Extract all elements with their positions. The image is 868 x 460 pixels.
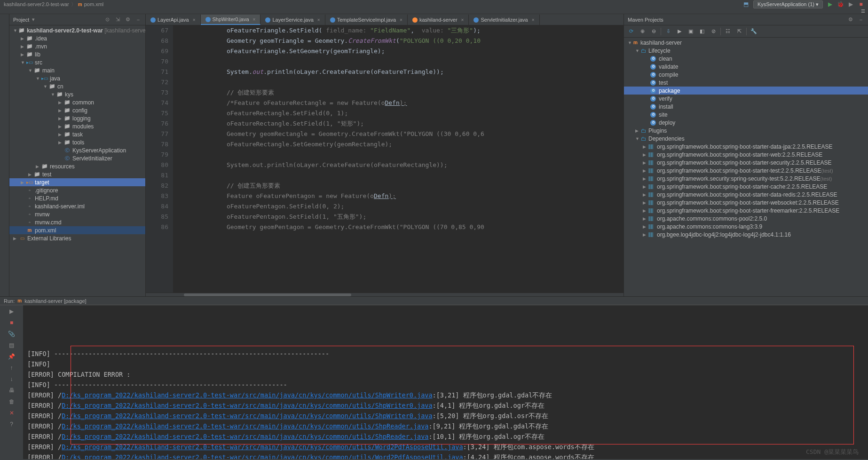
console-output[interactable]: CSDN @菜菜菜菜鸟 [INFO] ---------------------… [24,305,868,459]
lifecycle-goal[interactable]: ⚙test [624,79,868,87]
gear-icon[interactable]: ⚙ [125,16,131,23]
tree-item[interactable]: ⒸKysServerApplication [9,146,145,154]
up-icon[interactable]: ↑ [8,364,16,372]
tree-item[interactable]: ▼cn [9,82,145,90]
tree-item[interactable]: ▶.idea [9,34,145,42]
dependency-item[interactable]: ▶||||org.springframework.boot:spring-boo… [624,143,868,151]
tree-item[interactable]: ▶modules [9,122,145,130]
settings-icon[interactable]: 🔧 [750,27,758,36]
lifecycle-goal[interactable]: ⚙site [624,111,868,119]
tree-item[interactable]: ▫.gitignore [9,186,145,194]
locate-icon[interactable]: ⊙ [104,16,110,23]
editor-tab[interactable]: LayerApi.java× [146,15,201,25]
close-icon[interactable]: × [253,17,256,22]
collapse-icon[interactable]: ⇲ [114,16,121,23]
lifecycle-goal[interactable]: ⚙compile [624,71,868,79]
download-icon[interactable]: ⇩ [664,27,672,36]
debug-button[interactable]: 🐞 [837,1,844,8]
deps-node[interactable]: ▼🗀 Dependencies [624,135,868,143]
editor-tab[interactable]: TemplateServiceImpl.java× [325,15,408,25]
tree-item[interactable]: ▼kys [9,90,145,98]
code-editor[interactable]: 6768697071727374757677787980818283848586… [146,25,623,293]
toggle-offline-icon[interactable]: ◧ [698,27,706,36]
tree-item[interactable]: ▫HELP.md [9,194,145,202]
lifecycle-goal[interactable]: ⚙package [624,87,868,95]
skip-tests-icon[interactable]: ⊘ [709,27,718,36]
tree-item[interactable]: mpom.xml [9,226,145,234]
tree-item[interactable]: ▶config [9,106,145,114]
hide-icon[interactable]: − [135,16,142,23]
editor-tab[interactable]: kashiland-server× [408,15,469,25]
dependency-item[interactable]: ▶||||org.apache.commons:commons-lang3:3.… [624,222,868,230]
stop-button[interactable]: ■ [858,1,864,8]
menu-icon[interactable]: ☰ [861,8,865,14]
dependency-item[interactable]: ▶||||org.apache.commons:commons-pool2:2.… [624,214,868,222]
editor-tab[interactable]: ServletInitializer.java× [469,15,539,25]
tree-item[interactable]: ▶▸▭target [9,178,145,186]
show-deps-icon[interactable]: ☷ [724,27,732,36]
tree-item[interactable]: ▼main [9,66,145,74]
lifecycle-goal[interactable]: ⚙validate [624,63,868,71]
tree-item[interactable]: ▶test [9,170,145,178]
close-icon[interactable]: × [317,17,320,23]
close-icon[interactable]: × [532,17,535,23]
close-button[interactable]: ✕ [8,409,16,417]
editor-tab[interactable]: LayerService.java× [260,15,325,25]
lifecycle-node[interactable]: ▼🗀 Lifecycle [624,47,868,55]
close-icon[interactable]: × [400,17,402,23]
rerun-button[interactable]: ▶ [8,307,16,316]
project-tree[interactable]: ▼ kashiland-server2.0-test-war [kashilan… [9,25,145,296]
tree-item[interactable]: ▶common [9,98,145,106]
attach-icon[interactable]: 📎 [8,330,16,338]
lifecycle-goal[interactable]: ⚙verify [624,95,868,103]
tree-item[interactable]: ▫kashiland-server.iml [9,202,145,210]
project-panel-title[interactable]: Project [13,17,29,23]
dependency-item[interactable]: ▶||||org.springframework.boot:spring-boo… [624,151,868,159]
plugins-node[interactable]: ▶🗀 Plugins [624,127,868,135]
collapse-all-icon[interactable]: ⇱ [735,27,743,36]
clear-icon[interactable]: 🗑 [8,397,16,406]
execute-goal-icon[interactable]: ▣ [687,27,695,36]
tree-item[interactable]: ▶logging [9,114,145,122]
editor-tab[interactable]: ShpWriter0.java× [201,15,261,25]
coverage-button[interactable]: ▶ [847,1,854,8]
dependency-item[interactable]: ▶||||org.springframework.boot:spring-boo… [624,206,868,214]
horizontal-scrollbar[interactable] [146,293,623,296]
reimport-icon[interactable]: ⟳ [627,27,635,36]
tree-item[interactable]: ▼▸▭java [9,74,145,82]
maven-tree[interactable]: ▼m kashiland-server ▼🗀 Lifecycle ⚙clean⚙… [624,38,868,296]
remove-icon[interactable]: ⊖ [649,27,658,36]
generate-sources-icon[interactable]: ⊕ [638,27,647,36]
dependency-item[interactable]: ▶||||org.bgee.log4jdbc-log4j2:log4jdbc-l… [624,230,868,238]
debug-config-icon[interactable]: ⬒ [743,1,750,8]
tree-item[interactable]: ⒸServletInitializer [9,154,145,162]
tree-root[interactable]: ▼ kashiland-server2.0-test-war [kashilan… [9,26,145,34]
breadcrumb-project[interactable]: kashiland-server2.0-test-war [4,1,69,7]
run-button[interactable]: ▶ [827,1,833,8]
down-icon[interactable]: ↓ [8,375,16,383]
dependency-item[interactable]: ▶||||org.springframework.boot:spring-boo… [624,167,868,174]
left-tool-strip[interactable] [0,14,9,296]
hide-icon[interactable]: − [858,16,864,23]
external-libraries[interactable]: ▶▭ External Libraries [9,234,145,242]
tree-item[interactable]: ▶tools [9,138,145,146]
stop-button[interactable]: ■ [8,318,16,327]
print-icon[interactable]: 🖶 [8,386,16,395]
layout-icon[interactable]: ▤ [8,341,16,349]
tree-item[interactable]: ▶resources [9,162,145,170]
run-config-name[interactable]: kashiland-server [package] [24,298,86,304]
maven-root[interactable]: ▼m kashiland-server [624,39,868,47]
gear-icon[interactable]: ⚙ [847,16,854,23]
dependency-item[interactable]: ▶||||org.springframework.security:spring… [624,174,868,182]
tree-item[interactable]: ▶lib [9,50,145,58]
tree-item[interactable]: ▼▸▭src [9,58,145,66]
dependency-item[interactable]: ▶||||org.springframework.boot:spring-boo… [624,159,868,167]
maven-run-button[interactable]: ▶ [675,27,684,36]
lifecycle-goal[interactable]: ⚙deploy [624,119,868,127]
run-config-dropdown[interactable]: KysServerApplication (1) ▾ [753,0,823,8]
lifecycle-goal[interactable]: ⚙clean [624,55,868,63]
breadcrumb-file[interactable]: pom.xml [84,1,104,7]
help-icon[interactable]: ? [8,420,16,428]
lifecycle-goal[interactable]: ⚙install [624,103,868,111]
close-icon[interactable]: × [193,17,196,23]
